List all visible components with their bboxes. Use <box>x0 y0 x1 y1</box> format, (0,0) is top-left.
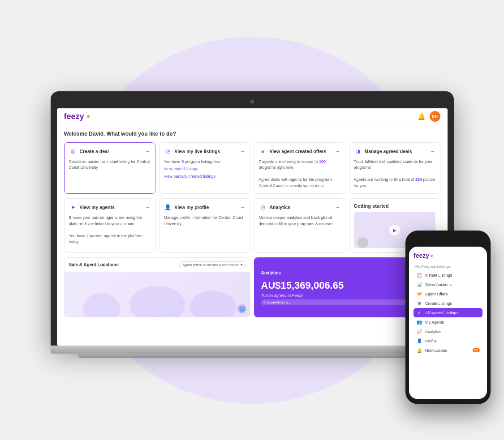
create-deal-card[interactable]: ◎ Create a deal → Create an auction or i… <box>64 142 155 194</box>
phone-logo: feezy <box>414 252 482 259</box>
phone-agent-offers-icon: 🤝 <box>416 291 422 296</box>
notification-bell-icon[interactable]: 🔔 <box>418 113 425 120</box>
agreed-deals-title: Manage agreed deals <box>365 149 412 154</box>
live-listings-body: You have 0 program listings live View en… <box>164 159 246 180</box>
phone-nav-create-listings[interactable]: ⊕ Create Listings <box>414 299 482 308</box>
view-agents-card[interactable]: ➤ View my agents → Ensure your partner a… <box>64 198 155 253</box>
agreed-deals-body: Track fulfilment of qualified students f… <box>354 159 435 189</box>
view-profile-body: Manage profile information for Central C… <box>164 215 246 227</box>
view-profile-icon: 👤 <box>164 203 172 211</box>
screen-header: feezy 🔔 DH <box>57 108 448 125</box>
laptop-screen: feezy 🔔 DH Welcome David. What would you… <box>57 108 448 346</box>
map-visualization: 🌐 <box>65 272 250 317</box>
cards-row-1: ◎ Create a deal → Create an auction or i… <box>64 142 440 194</box>
view-partial-listings-link[interactable]: View partially created listings <box>164 174 246 180</box>
phone-nav-my-agents[interactable]: 👥 My Agents <box>414 317 482 327</box>
phone-my-agents-icon: 👥 <box>416 320 422 325</box>
phone-nav-section: My Program Listings <box>414 265 482 269</box>
agreed-deals-arrow-icon: → <box>430 148 435 154</box>
analytics-bottom-title: Analytics <box>261 270 281 275</box>
agent-offers-title: View agent created offers <box>270 149 327 154</box>
user-avatar[interactable]: DH <box>430 111 440 122</box>
view-profile-title: View my profile <box>175 205 209 210</box>
analytics-icon: ◷ <box>259 203 267 211</box>
phone-screen: feezy My Program Listings 📋 Instant List… <box>409 247 487 399</box>
agent-offers-icon: ≡ <box>259 147 267 155</box>
view-agents-body: Ensure your partner agents are using the… <box>69 215 151 245</box>
phone-navigation: 📋 Instant Listings 📊 Silent Auctions 🤝 A… <box>414 270 482 355</box>
view-agents-title: View my agents <box>80 205 115 210</box>
svg-point-1 <box>129 286 185 317</box>
view-agents-icon: ➤ <box>69 203 77 211</box>
notifications-badge: 61 <box>473 348 480 352</box>
view-agents-arrow-icon: → <box>145 204 151 210</box>
phone-nav-agent-offers[interactable]: 🤝 Agent Offers <box>414 289 482 299</box>
map-title: Sale & Agent Locations <box>69 262 119 267</box>
create-deal-body: Create an auction or instant listing for… <box>69 159 151 171</box>
phone-profile-icon: 👤 <box>416 338 422 343</box>
agent-offers-card[interactable]: ≡ View agent created offers → 7 agents a… <box>254 142 345 194</box>
analytics-card[interactable]: ◷ Analytics → Monitor unique analytics a… <box>254 198 345 253</box>
analytics-arrow-icon: → <box>335 204 340 210</box>
phone-nav-notifications[interactable]: 🔔 Notifications 61 <box>414 346 482 355</box>
phone-logo-text: feezy <box>414 252 429 259</box>
analytics-card-title: Analytics <box>270 205 291 210</box>
phone-outer: feezy My Program Listings 📋 Instant List… <box>405 231 491 404</box>
svg-point-0 <box>83 293 120 317</box>
view-ended-listings-link[interactable]: View ended listings <box>164 166 246 172</box>
phone-notch <box>435 236 461 244</box>
agent-offers-arrow-icon: → <box>335 148 340 154</box>
app-logo: feezy <box>64 112 90 121</box>
logo-text: feezy <box>64 112 84 121</box>
phone-agreed-listings-icon: ✓ <box>416 310 422 315</box>
phone-logo-dot <box>431 255 433 257</box>
play-button[interactable]: ▶ <box>389 225 400 235</box>
getting-started-title: Getting started <box>354 203 435 209</box>
screen-body: Welcome David. What would you like to do… <box>57 125 448 346</box>
map-card: Sale & Agent Locations Agent offers to r… <box>64 257 250 317</box>
agreed-deals-icon: ◑ <box>354 147 362 155</box>
phone-nav-profile[interactable]: 👤 Profile <box>414 336 482 346</box>
live-listings-arrow-icon: → <box>240 148 246 154</box>
svg-point-2 <box>190 290 236 317</box>
phone-create-listings-icon: ⊕ <box>416 301 422 306</box>
agent-offers-body: 7 agents are offering to source to 100 p… <box>259 159 340 189</box>
analytics-card-body: Monitor unique analytics and track globa… <box>259 215 340 227</box>
globe-icon: 🌐 <box>237 304 246 313</box>
video-person-avatar <box>358 237 368 248</box>
world-map-svg <box>65 272 250 317</box>
phone-analytics-icon: 📈 <box>416 329 422 334</box>
phone-nav-silent-auctions[interactable]: 📊 Silent Auctions <box>414 280 482 289</box>
logo-dot <box>87 115 90 118</box>
agreed-deals-card[interactable]: ◑ Manage agreed deals → Track fulfilment… <box>349 142 440 194</box>
phone-device: feezy My Program Listings 📋 Instant List… <box>405 231 491 404</box>
laptop-base <box>51 346 454 354</box>
phone-notifications-icon: 🔔 <box>416 348 422 353</box>
welcome-message: Welcome David. What would you like to do… <box>64 131 440 137</box>
create-deal-icon: ◎ <box>69 147 77 155</box>
create-deal-arrow-icon: → <box>145 148 151 154</box>
phone-nav-analytics[interactable]: 📈 Analytics <box>414 327 482 336</box>
phone-nav-all-agreed[interactable]: ✓ All Agreed Listings <box>414 308 482 317</box>
header-right: 🔔 DH <box>418 111 440 122</box>
view-profile-card[interactable]: 👤 View my profile → Manage profile infor… <box>159 198 250 253</box>
bottom-section: Sale & Agent Locations Agent offers to r… <box>64 257 440 317</box>
cards-row-2: ➤ View my agents → Ensure your partner a… <box>64 198 440 253</box>
laptop-foot <box>78 354 427 358</box>
phone-nav-instant-listings[interactable]: 📋 Instant Listings <box>414 270 482 280</box>
instant-listings-icon: 📋 <box>416 273 422 278</box>
chevron-down-icon: ▾ <box>241 263 242 267</box>
live-listings-title: View my live listings <box>175 149 220 154</box>
live-listings-card[interactable]: ◷ View my live listings → You have 0 pro… <box>159 142 250 194</box>
live-listings-icon: ◷ <box>164 147 172 155</box>
create-deal-title: Create a deal <box>80 149 109 154</box>
view-profile-arrow-icon: → <box>240 204 246 210</box>
map-select-dropdown[interactable]: Agent offers to recruits from market ▾ <box>179 261 245 268</box>
laptop-camera <box>250 100 254 103</box>
silent-auctions-icon: 📊 <box>416 282 422 287</box>
laptop-device: feezy 🔔 DH Welcome David. What would you… <box>51 91 454 358</box>
